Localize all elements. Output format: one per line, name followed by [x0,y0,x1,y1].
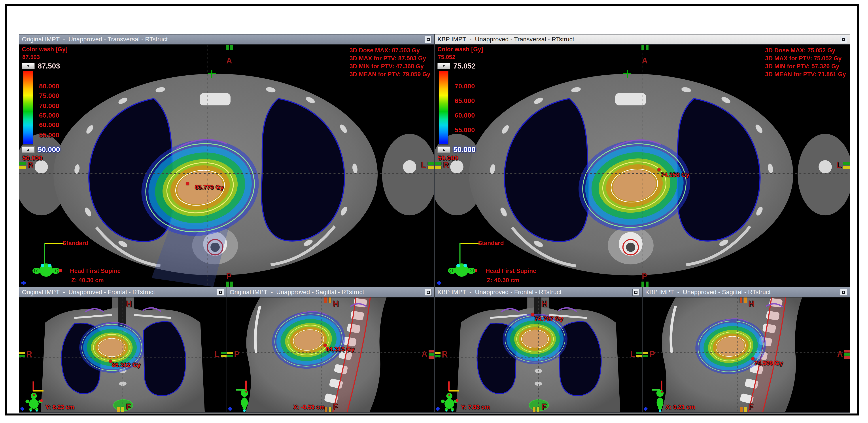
viewport-kbp-sagittal[interactable]: H F P A 74.599 Gy X: 0.21 cm [643,298,850,413]
orientation-label-posterior: P [650,349,655,359]
viewport-original-transversal[interactable]: Color wash [Gy] 87.503 ▼ 87.503 80.000 7… [19,45,434,287]
viewport-original-sagittal[interactable]: H F P A 84.315 Gy X: -0.53 cm [227,298,434,413]
slice-marker-bottom [537,407,539,413]
colorwash-gradient-bar[interactable] [439,71,448,144]
slice-marker-right [221,355,226,357]
slice-marker-left [19,351,25,354]
poi-marker-icon [21,280,26,285]
panel-original-sagittal: Original IMPT - Unapproved - Sagittal - … [227,287,435,413]
slice-marker-right [843,166,850,169]
ct-scene-frontal[interactable] [435,298,642,413]
slice-coordinate-label: Y: 7.83 cm [461,404,490,411]
colorwash-legend: Color wash [Gy] 87.503 ▼ 87.503 80.000 7… [22,46,68,162]
maximize-button[interactable] [217,289,224,296]
orientation-label-right: R [26,349,32,359]
ct-scene-frontal[interactable] [19,298,226,413]
maximize-button[interactable] [840,289,847,296]
colorwash-lower-handle[interactable]: ▲ [22,146,35,153]
panel-title: Original IMPT - Unapproved - Sagittal - … [230,289,364,296]
titlebar-original-frontal[interactable]: Original IMPT - Unapproved - Frontal - R… [19,287,226,298]
maximize-button[interactable] [425,289,432,296]
slice-marker-left [435,162,441,165]
colorwash-tick: 60.000 [39,121,59,129]
poi-marker-icon [228,407,232,411]
orientation-label-anterior: A [226,56,232,65]
slice-coordinate-label: X: 0.21 cm [665,404,695,411]
viewport-original-frontal[interactable]: H F R L 86.302 Gy Y: 8.23 cm [19,298,226,413]
maximize-button[interactable] [632,289,640,296]
ct-scene-sagittal[interactable] [643,298,850,413]
patient-position-label: Head First Supine [70,267,121,275]
slice-marker-bottom [646,282,649,287]
slice-marker-bottom [740,407,743,413]
colorwash-upper-handle[interactable]: ▼ [22,63,35,69]
titlebar-kbp-frontal[interactable]: KBP IMPT - Unapproved - Frontal - RTstru… [435,287,642,298]
colorwash-max-value: 75.052 [438,54,483,61]
slice-marker-bottom [533,407,535,413]
dose-point-label: 86.302 Gy [112,361,141,368]
axis-indicator-icon [29,380,45,393]
titlebar-kbp-sagittal[interactable]: KBP IMPT - Unapproved - Sagittal - RTstr… [643,287,850,298]
colorwash-tick: 65.000 [455,97,475,105]
dose-point-label: 74.599 Gy [754,360,783,367]
titlebar-original-transversal[interactable]: Original IMPT - Unapproved - Transversal… [19,34,434,45]
maximize-icon [842,38,845,41]
panel-title: Original IMPT - Unapproved - Frontal - R… [22,289,155,296]
orientation-label-feet: F [126,402,131,412]
stat-ptv-min: 3D MIN for PTV: 57.326 Gy [765,62,846,70]
maximize-icon [427,291,430,294]
dose-point-label: 84.315 Gy [326,346,354,353]
patient-orientation-icon [653,389,667,412]
slice-marker-bottom [226,282,229,287]
colorwash-tick: 70.000 [455,82,475,90]
orientation-label-right: R [442,349,447,359]
maximize-icon [842,291,845,294]
ct-scene-transversal[interactable] [435,45,850,287]
slice-marker-right [637,355,642,357]
slice-marker-left [19,166,26,169]
slice-coordinate-label: Y: 8.23 cm [45,404,74,411]
colorwash-upper-handle[interactable]: ▼ [437,63,450,69]
colorwash-gradient-bar[interactable] [23,71,33,144]
slice-marker-left [435,351,440,354]
orientation-label-left: L [215,349,219,359]
localization-point-label: Standard [478,240,504,247]
slice-marker-left [643,355,648,357]
colorwash-max-value: 87.503 [22,54,68,61]
viewport-kbp-transversal[interactable]: Color wash [Gy] 75.052 ▼ 75.052 70.000 6… [435,45,850,287]
ct-scene-transversal[interactable] [19,45,434,287]
maximize-icon [219,291,222,294]
slice-marker-bottom [744,407,747,413]
patient-orientation-icon [31,260,62,281]
titlebar-original-sagittal[interactable]: Original IMPT - Unapproved - Sagittal - … [227,287,434,298]
slice-marker-right [429,350,434,352]
patient-orientation-icon [446,260,477,281]
slice-marker-right [637,351,642,354]
colorwash-tick: 70.000 [39,102,59,110]
colorwash-upper-value: 87.503 [38,62,60,70]
colorwash-tick: 75.000 [39,92,59,100]
titlebar-kbp-transversal[interactable]: KBP IMPT - Unapproved - Transversal - RT… [435,34,850,45]
slice-marker-bottom [117,407,120,413]
patient-orientation-icon [440,392,459,412]
colorwash-tick: 55.000 [455,126,475,134]
ct-scene-sagittal[interactable] [227,298,434,413]
colorwash-tick: 60.000 [455,112,475,119]
slice-marker-right [428,162,434,165]
dose-point-marker [186,182,189,185]
panel-original-transversal: Original IMPT - Unapproved - Transversal… [19,34,435,287]
colorwash-title: Color wash [Gy] [437,46,483,53]
panel-original-frontal: Original IMPT - Unapproved - Frontal - R… [19,287,227,413]
slice-marker-top [646,45,649,50]
slice-marker-left [643,351,648,354]
maximize-button[interactable] [425,36,432,43]
viewport-kbp-frontal[interactable]: H F R L 74.707 Gy Y: 7.83 cm [435,298,642,413]
axis-indicator-icon [444,380,461,393]
orientation-label-head: H [541,299,547,309]
slice-marker-right [429,356,434,359]
poi-marker-icon [436,407,440,411]
slice-marker-right [428,166,434,169]
dose-point-marker [657,168,661,171]
colorwash-lower-handle[interactable]: ▲ [437,146,450,153]
maximize-button[interactable] [840,36,847,43]
